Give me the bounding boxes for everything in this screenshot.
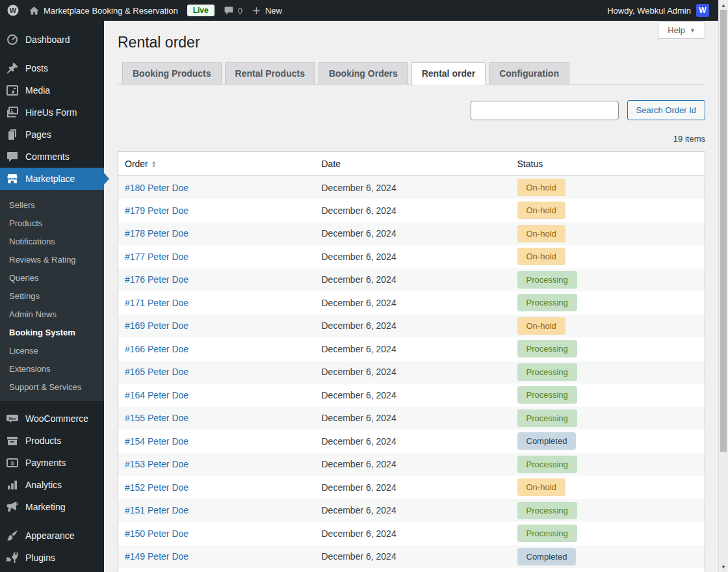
search-row: Search Order Id xyxy=(118,100,705,120)
order-date: December 6, 2024 xyxy=(315,476,511,499)
wordpress-logo-icon[interactable]: W xyxy=(6,4,20,17)
sidebar-item-label: HireUs Form xyxy=(25,107,77,118)
new-button[interactable]: New xyxy=(252,6,282,16)
submenu-item-settings[interactable]: Settings xyxy=(0,287,104,305)
order-link[interactable]: #153 Peter Doe xyxy=(125,459,188,469)
sidebar-item-pages[interactable]: Pages xyxy=(0,124,104,146)
plugin-icon xyxy=(6,551,19,564)
sidebar-item-label: Marketplace xyxy=(25,174,75,184)
table-row: #153 Peter DoeDecember 6, 2024Processing xyxy=(118,453,705,476)
submenu-item-products[interactable]: Products xyxy=(0,214,104,232)
status-badge: Processing xyxy=(517,340,577,358)
new-label: New xyxy=(265,6,282,16)
sidebar-item-comments[interactable]: Comments xyxy=(0,146,104,168)
status-badge: On-hold xyxy=(517,202,566,219)
tab-booking-products[interactable]: Booking Products xyxy=(122,62,222,84)
sidebar-item-marketplace[interactable]: Marketplace xyxy=(0,168,104,190)
sidebar-item-hireus-form[interactable]: HireUs Form xyxy=(0,101,104,124)
sidebar-item-label: Dashboard xyxy=(25,34,70,45)
order-link[interactable]: #154 Peter Doe xyxy=(125,436,188,447)
order-link[interactable]: #155 Peter Doe xyxy=(125,413,188,423)
appearance-icon xyxy=(6,529,19,542)
avatar[interactable]: W xyxy=(696,4,709,17)
sidebar-item-media[interactable]: Media xyxy=(0,79,104,101)
tab-rental-order[interactable]: Rental order xyxy=(411,62,486,84)
status-badge: On-hold xyxy=(517,179,566,196)
order-link[interactable]: #176 Peter Doe xyxy=(125,274,188,285)
order-link[interactable]: #179 Peter Doe xyxy=(125,205,188,216)
sidebar-item-products[interactable]: Products xyxy=(0,430,104,452)
scroll-up-icon[interactable]: ▲ xyxy=(719,1,728,10)
order-link[interactable]: #151 Peter Doe xyxy=(125,505,188,515)
order-link[interactable]: #152 Peter Doe xyxy=(125,482,188,493)
order-id-search-input[interactable] xyxy=(471,101,619,120)
submenu-item-extensions[interactable]: Extensions xyxy=(0,359,104,378)
sidebar-item-dashboard[interactable]: Dashboard xyxy=(0,29,104,51)
scrollbar-thumb[interactable] xyxy=(720,10,727,452)
comments-bubble[interactable]: 0 xyxy=(224,5,242,16)
status-badge: Processing xyxy=(517,363,577,381)
table-row: #166 Peter DoeDecember 6, 2024Processing xyxy=(118,337,705,361)
submenu-item-sellers[interactable]: Sellers xyxy=(0,196,104,214)
order-date: December 6, 2024 xyxy=(315,315,511,338)
submenu-item-notifications[interactable]: Notifications xyxy=(0,232,104,250)
status-badge: Processing xyxy=(517,294,577,311)
status-badge: Completed xyxy=(517,432,577,450)
sidebar-item-analytics[interactable]: Analytics xyxy=(0,474,104,496)
help-button[interactable]: Help ▼ xyxy=(658,21,705,39)
scroll-down-icon[interactable]: ▼ xyxy=(719,562,728,571)
column-header-order[interactable]: Order▲▼ xyxy=(118,152,315,176)
search-order-id-button[interactable]: Search Order Id xyxy=(627,100,706,120)
table-row: #165 Peter DoeDecember 6, 2024Processing xyxy=(118,361,705,384)
submenu-item-reviews-rating[interactable]: Reviews & Rating xyxy=(0,250,104,268)
order-date: December 6, 2024 xyxy=(315,522,511,545)
sidebar-item-marketing[interactable]: Marketing xyxy=(0,496,104,518)
order-link[interactable]: #180 Peter Doe xyxy=(125,183,188,193)
order-date: December 6, 2024 xyxy=(315,384,511,407)
order-link[interactable]: #164 Peter Doe xyxy=(125,390,188,400)
table-row: #180 Peter DoeDecember 6, 2024On-hold xyxy=(118,176,705,200)
order-link[interactable]: #166 Peter Doe xyxy=(125,344,188,354)
order-link[interactable]: #165 Peter Doe xyxy=(125,367,188,377)
order-link[interactable]: #178 Peter Doe xyxy=(125,228,188,239)
sidebar-item-payments[interactable]: $Payments xyxy=(0,452,104,474)
comment-icon xyxy=(224,5,234,16)
sidebar-item-appearance[interactable]: Appearance xyxy=(0,525,104,547)
order-link[interactable]: #149 Peter Doe xyxy=(125,551,188,562)
order-date: December 6, 2024 xyxy=(315,453,511,476)
order-date: December 6, 2024 xyxy=(315,430,511,453)
active-arrow xyxy=(104,173,109,185)
table-row: #164 Peter DoeDecember 6, 2024Processing xyxy=(118,384,705,407)
order-date: December 6, 2024 xyxy=(315,176,511,200)
tab-rental-products[interactable]: Rental Products xyxy=(225,62,315,84)
submenu-item-admin-news[interactable]: Admin News xyxy=(0,305,104,323)
order-link[interactable]: #177 Peter Doe xyxy=(125,252,188,262)
svg-text:$: $ xyxy=(10,460,14,467)
tab-booking-orders[interactable]: Booking Orders xyxy=(318,62,408,84)
howdy-text[interactable]: Howdy, Webkul Admin xyxy=(607,6,691,16)
status-badge: Processing xyxy=(517,386,577,404)
store-icon xyxy=(6,172,19,185)
sidebar-item-woocommerce[interactable]: WooWooCommerce xyxy=(0,408,104,430)
submenu-item-license[interactable]: License xyxy=(0,341,104,359)
order-link[interactable]: #150 Peter Doe xyxy=(125,528,188,539)
tab-configuration[interactable]: Configuration xyxy=(489,62,569,84)
status-badge: Completed xyxy=(517,548,577,566)
menu-separator xyxy=(0,518,104,525)
sidebar-item-posts[interactable]: Posts xyxy=(0,57,104,79)
vertical-scrollbar[interactable]: ▲ ▼ xyxy=(718,0,728,572)
sidebar-item-plugins[interactable]: Plugins xyxy=(0,547,104,569)
table-row: #150 Peter DoeDecember 6, 2024Processing xyxy=(118,522,705,545)
order-link[interactable]: #169 Peter Doe xyxy=(125,320,188,331)
status-badge: On-hold xyxy=(517,248,566,265)
submenu-item-booking-system[interactable]: Booking System xyxy=(0,323,104,341)
table-row: #169 Peter DoeDecember 6, 2024On-hold xyxy=(118,315,705,338)
submenu-item-queries[interactable]: Queries xyxy=(0,268,104,287)
submenu-item-support-services[interactable]: Support & Services xyxy=(0,378,104,396)
status-badge: Processing xyxy=(517,271,577,289)
table-row: #149 Peter DoeDecember 6, 2024Completed xyxy=(118,545,705,569)
status-badge: Processing xyxy=(517,456,577,473)
table-row: #178 Peter DoeDecember 6, 2024On-hold xyxy=(118,222,705,246)
order-link[interactable]: #171 Peter Doe xyxy=(125,298,188,308)
site-link[interactable]: Marketplace Booking & Reservation xyxy=(29,5,178,16)
